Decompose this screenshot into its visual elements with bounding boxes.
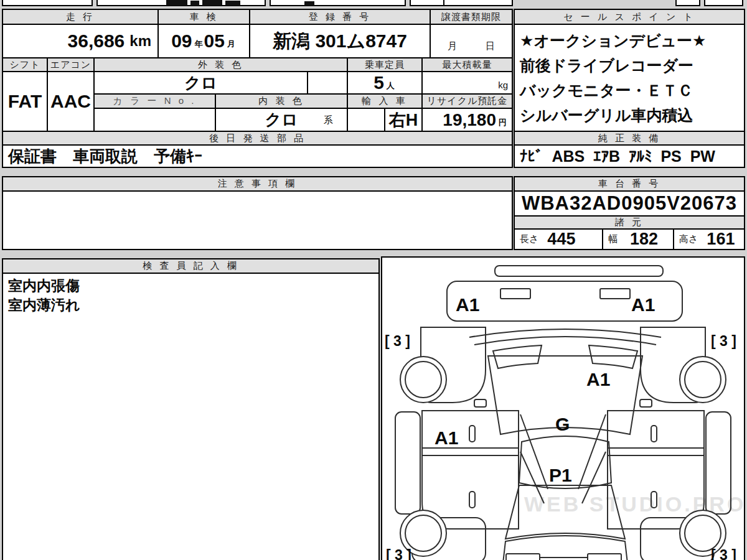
interior-color-value: クロ 系 bbox=[215, 108, 348, 132]
exterior-color-sub-cell bbox=[307, 71, 348, 95]
registration-value: 新潟 301ム8747 bbox=[249, 24, 431, 58]
cutoff-cell bbox=[2, 0, 93, 6]
door-handle bbox=[469, 492, 475, 508]
recycle-deposit-value: 19,180 円 bbox=[421, 108, 513, 132]
mileage-unit: km bbox=[129, 32, 151, 50]
door-handle bbox=[651, 426, 657, 442]
inspection-month-unit: 月 bbox=[227, 39, 235, 50]
mark-rear-tire-left: [ 3 ] bbox=[386, 547, 411, 560]
cutoff-text-fragment bbox=[166, 0, 187, 6]
mark-front-bumper-right: A1 bbox=[631, 294, 655, 315]
front-wheel-left bbox=[400, 357, 446, 403]
aircon-value: AAC bbox=[47, 71, 95, 132]
notes-box bbox=[2, 190, 513, 250]
sales-points-header: セ ー ル ス ポ イ ン ト bbox=[514, 9, 745, 25]
inspection-value: 09 年 05 月 bbox=[157, 24, 250, 58]
transfer-day-label: 日 bbox=[486, 40, 495, 52]
mirror-right bbox=[640, 399, 652, 407]
inspection-year-unit: 年 bbox=[195, 39, 203, 50]
import-value: 右H bbox=[384, 108, 423, 132]
import-sub-cell bbox=[347, 108, 385, 132]
headlight-left bbox=[500, 289, 530, 299]
wiper-right bbox=[589, 345, 637, 368]
cutoff-cell bbox=[443, 0, 513, 6]
specs-header: 諸 元 bbox=[514, 215, 745, 230]
interior-color-suffix: 系 bbox=[324, 114, 333, 126]
color-no-value bbox=[93, 108, 216, 132]
max-load-header: 最大積載量 bbox=[421, 57, 513, 72]
spec-width-value: 182 bbox=[630, 230, 658, 249]
mark-roof: P1 bbox=[549, 465, 572, 485]
capacity-number: 5 bbox=[374, 72, 384, 93]
spec-height-value: 161 bbox=[707, 230, 735, 249]
recycle-deposit-header: リサイクル預託金 bbox=[421, 93, 513, 109]
headlight-right bbox=[600, 289, 630, 299]
notes-header: 注 意 事 項 欄 bbox=[2, 176, 513, 192]
door-handle bbox=[469, 426, 475, 442]
spec-height: 高さ 161 bbox=[673, 228, 745, 250]
recycle-number: 19,180 bbox=[443, 110, 496, 130]
sales-points-box: ★オークションデビュー★ 前後ドライブレコーダー バックモニター・ＥＴＣ シルバ… bbox=[514, 24, 745, 132]
recycle-unit: 円 bbox=[499, 117, 507, 128]
spec-width: 幅 182 bbox=[602, 228, 674, 250]
shift-value: FAT bbox=[2, 71, 48, 132]
max-load-unit: kg bbox=[498, 80, 508, 90]
capacity-unit: 人 bbox=[387, 80, 395, 91]
cutoff-cell bbox=[410, 0, 444, 6]
mark-front-bumper-left: A1 bbox=[456, 294, 479, 315]
spec-width-label: 幅 bbox=[608, 233, 618, 245]
chassis-number-header: 車 台 番 号 bbox=[514, 176, 745, 192]
interior-color-header: 内 装 色 bbox=[215, 93, 348, 109]
inspector-notes-box: 室内内張傷 室内薄汚れ bbox=[2, 273, 380, 560]
exterior-color-value: クロ bbox=[93, 71, 308, 95]
pillar-line bbox=[578, 414, 606, 489]
mirror-left bbox=[474, 399, 486, 407]
mark-front-tire-right: [ 3 ] bbox=[711, 333, 736, 349]
cutoff-text-fragment bbox=[304, 1, 314, 6]
chassis-number-value: WBA32AD0905V20673 bbox=[514, 190, 745, 217]
mark-front-tire-left: [ 3 ] bbox=[385, 333, 410, 349]
spec-length-value: 445 bbox=[547, 230, 575, 249]
genuine-equipment-header: 純 正 装 備 bbox=[514, 131, 745, 146]
spec-height-label: 高さ bbox=[679, 233, 698, 245]
inspection-header: 車 検 bbox=[157, 9, 250, 25]
cutoff-cell bbox=[270, 0, 406, 6]
shift-header: シフト bbox=[2, 57, 48, 72]
import-header: 輸 入 車 bbox=[347, 93, 423, 109]
car-diagram: WEB STUDIO.PRO bbox=[382, 258, 744, 560]
color-no-header: カ ラ ー N o . bbox=[93, 93, 216, 109]
cowl-arc bbox=[474, 337, 656, 345]
cutoff-text-fragment bbox=[225, 1, 240, 6]
trunk bbox=[503, 536, 627, 560]
sales-point-line: シルバーグリル車内積込 bbox=[520, 103, 739, 128]
inspection-year: 09 bbox=[171, 30, 192, 52]
mark-door-left: A1 bbox=[435, 427, 458, 448]
aircon-header: エアコン bbox=[47, 57, 95, 72]
sales-point-line: バックモニター・ＥＴＣ bbox=[520, 78, 739, 103]
spec-length: 長さ 445 bbox=[514, 228, 603, 250]
later-parts-value: 保証書 車両取説 予備ｷｰ bbox=[2, 144, 513, 168]
rear-bumper-right bbox=[588, 554, 621, 560]
inspector-note-line: 室内薄汚れ bbox=[8, 296, 374, 315]
transfer-docs-value: 月 日 bbox=[430, 24, 513, 58]
mileage-header: 走 行 bbox=[2, 9, 159, 25]
cutoff-text-fragment bbox=[190, 1, 199, 6]
mark-hood: G bbox=[555, 414, 570, 434]
cutoff-cell bbox=[675, 0, 700, 6]
later-parts-header: 後 日 発 送 部 品 bbox=[2, 131, 513, 146]
mark-rear-tire-right: [ 3 ] bbox=[711, 547, 736, 560]
mileage-value: 36,686 km bbox=[2, 24, 159, 58]
max-load-value: kg bbox=[421, 71, 513, 95]
cutoff-text-fragment bbox=[202, 0, 222, 6]
transfer-month-label: 月 bbox=[448, 40, 457, 52]
sales-point-line: 前後ドライブレコーダー bbox=[520, 53, 739, 78]
rear-bumper-left bbox=[506, 554, 540, 560]
side-sill-left bbox=[395, 412, 420, 514]
cutoff-cell bbox=[704, 0, 743, 6]
mileage-number: 36,686 bbox=[68, 30, 125, 52]
sales-point-line: ★オークションデビュー★ bbox=[520, 28, 739, 53]
car-diagram-box: WEB STUDIO.PRO bbox=[381, 256, 745, 560]
capacity-header: 乗車定員 bbox=[347, 57, 423, 72]
front-bumper-strip bbox=[495, 266, 663, 276]
inspection-month: 05 bbox=[204, 30, 225, 52]
